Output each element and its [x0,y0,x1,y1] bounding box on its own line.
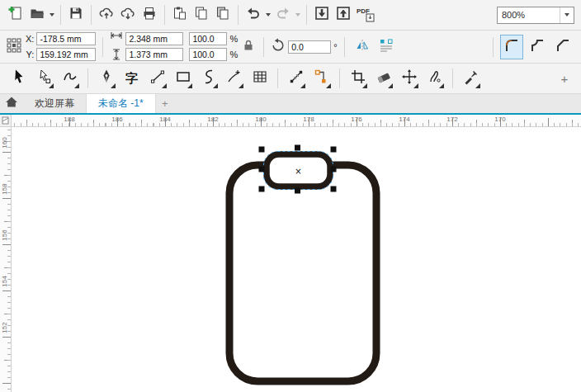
undo-menu-arrow[interactable] [264,4,272,26]
copy-icon [194,6,209,24]
wrap-text-icon [379,38,394,56]
chevron-down-icon [266,13,271,17]
artistic-media-tool[interactable] [222,66,246,91]
table-tool[interactable] [248,66,272,91]
tab-welcome-screen[interactable]: 欢迎屏幕 [23,94,87,113]
import-button[interactable] [311,4,333,26]
chamfered-corner-button[interactable] [551,35,574,59]
publish-pdf-button[interactable]: PDF [354,4,380,26]
zoom-level-dropdown[interactable]: 800% [497,7,574,24]
text-tool[interactable]: 字 [120,66,144,91]
shape-tool[interactable] [32,66,56,91]
y-position-input[interactable] [36,48,96,61]
ruler-origin-corner[interactable] [0,115,12,127]
object-position-grid-icon [7,38,21,56]
separator [339,68,340,88]
object-width-input[interactable] [125,32,183,45]
separator [277,68,278,88]
save-button[interactable] [65,4,87,26]
selection-handle[interactable] [331,187,337,192]
separator [87,68,88,88]
selection-handle[interactable] [259,187,265,192]
ruler-origin-icon [2,113,9,128]
canvas[interactable]: × [12,127,581,392]
selection-center-mark[interactable]: × [295,167,301,176]
ruler-label: 154 [1,274,9,289]
selection-handle[interactable] [259,147,265,153]
connector-tool-icon [314,68,330,88]
object-height-input[interactable] [125,48,183,61]
transform-tool[interactable] [397,66,421,91]
tab-label: 欢迎屏幕 [35,97,74,111]
horizontal-ruler[interactable]: 188 186 184 182 180 178 176 174 172 170 [12,115,581,127]
copy-button[interactable] [191,4,212,26]
table-tool-icon [252,68,268,88]
eyedropper-tool[interactable] [459,66,483,91]
rotation-unit-label: ° [333,40,337,54]
scale-y-unit: % [229,48,238,61]
selection-handle[interactable] [331,147,337,153]
scale-x-input[interactable] [189,32,227,45]
scalloped-corner-button[interactable] [526,35,549,59]
ruler-label: 182 [207,116,218,123]
duplicate-icon [215,6,230,24]
redo-menu-arrow[interactable] [294,4,302,26]
ruler-label: 180 [255,116,266,123]
pick-tool[interactable] [7,66,31,91]
tab-label: 未命名 -1* [98,97,144,111]
paste-button[interactable] [169,4,191,26]
home-tab[interactable] [0,94,23,113]
new-document-button[interactable] [5,4,26,26]
eraser-tool[interactable] [371,66,395,91]
selection-handle[interactable] [331,167,337,172]
selection-handle[interactable] [259,167,265,172]
mirror-horizontal-icon [355,38,370,56]
open-menu-arrow[interactable] [48,4,56,26]
open-from-cloud-button[interactable] [96,4,117,26]
export-button[interactable] [333,4,354,26]
scale-y-input[interactable] [189,48,227,61]
parallel-dimension-tool[interactable] [284,66,308,91]
home-icon [5,96,18,111]
selection-handle[interactable] [295,188,300,194]
parallel-dimension-tool-icon [288,68,305,88]
undo-button[interactable] [243,4,264,26]
redo-icon [275,6,291,24]
open-button[interactable] [26,4,48,26]
crop-tool[interactable] [346,66,370,91]
redo-button[interactable] [272,4,294,26]
smudge-tool[interactable] [423,66,446,91]
add-tool-button[interactable]: + [555,66,574,91]
wrap-text-button[interactable] [376,36,397,58]
eyedropper-tool-icon [463,68,479,88]
selection-handle[interactable] [295,145,300,151]
x-position-label: X: [26,32,34,45]
freehand-tool-icon [62,68,78,88]
freehand-tool[interactable] [58,66,82,91]
connector-tool[interactable] [309,66,333,91]
lock-ratio-button[interactable] [240,36,257,58]
round-corner-button[interactable] [500,35,523,59]
new-tab-button[interactable]: + [156,94,174,113]
tab-untitled-document[interactable]: 未命名 -1* [87,94,156,113]
x-position-input[interactable] [36,32,96,45]
duplicate-button[interactable] [212,4,234,26]
rotation-angle-input[interactable] [288,40,331,54]
mirror-horizontal-button[interactable] [352,36,373,58]
curve-tool[interactable] [196,66,220,91]
print-button[interactable] [139,4,160,26]
separator [452,68,453,88]
ruler-label: 172 [446,116,457,123]
pen-tool[interactable] [94,66,118,91]
vertical-ruler[interactable]: 160 158 156 154 152 [0,127,12,392]
separator [493,37,494,57]
rectangle-tool[interactable] [171,66,195,91]
large-rounded-rectangle-shape[interactable] [229,165,376,381]
chevron-down-icon [560,7,574,23]
text-tool-icon: 字 [125,71,138,87]
line-tool[interactable] [145,66,169,91]
transform-tool-icon [401,68,418,88]
object-width-icon [110,29,123,45]
property-bar: X: Y: % % ° [0,31,581,64]
save-to-cloud-button[interactable] [117,4,139,26]
